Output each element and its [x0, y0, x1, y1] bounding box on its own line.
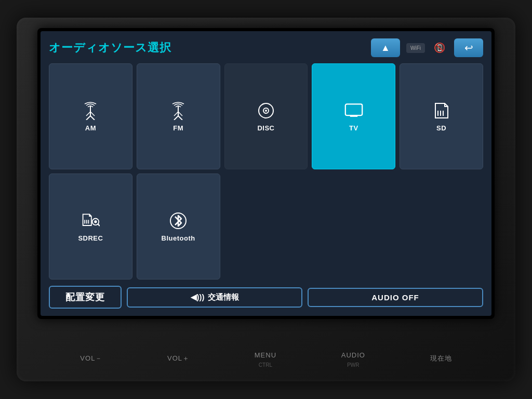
sdrec-icon: [81, 211, 100, 230]
sd-icon: [432, 101, 451, 120]
eject-icon: ▲: [381, 43, 390, 54]
tv-icon: [344, 101, 363, 120]
svg-line-3: [86, 112, 90, 116]
wifi-indicator: WiFi: [406, 43, 425, 53]
fm-label: FM: [173, 124, 183, 132]
current-location-label: 現在地: [430, 354, 452, 362]
menu-label: MENU: [255, 351, 276, 359]
svg-rect-13: [345, 104, 362, 115]
svg-line-8: [174, 112, 178, 116]
grid-item-disc[interactable]: DISC: [224, 63, 308, 169]
svg-line-24: [98, 224, 100, 226]
header: オーディオソース選択 ▲ WiFi 📵 ↩: [49, 38, 483, 57]
screen-title: オーディオソース選択: [49, 40, 365, 56]
audio-button-group: AUDIO PWR: [337, 349, 369, 368]
traffic-label: 交通情報: [208, 292, 239, 302]
menu-button-group: MENU CTRL: [250, 349, 281, 368]
vol-minus-button[interactable]: VOL－: [76, 352, 107, 365]
disc-icon: [257, 101, 275, 120]
grid-item-sdrec[interactable]: SDREC: [49, 174, 132, 280]
tv-label: TV: [349, 124, 358, 132]
config-button[interactable]: 配置変更: [49, 286, 122, 309]
vol-plus-button[interactable]: VOL＋: [163, 352, 194, 365]
svg-line-7: [178, 116, 182, 120]
menu-sub-label: CTRL: [259, 362, 272, 368]
traffic-icon: ◀))): [191, 292, 205, 302]
bottom-bar: 配置変更 ◀))) 交通情報 AUDIO OFF: [49, 286, 483, 309]
audio-label: AUDIO: [341, 351, 365, 359]
menu-button[interactable]: MENU: [250, 349, 281, 361]
audio-button[interactable]: AUDIO: [337, 349, 369, 361]
grid-item-fm[interactable]: FM: [137, 63, 220, 169]
am-tower-icon: [81, 101, 100, 120]
sdrec-label: SDREC: [78, 234, 103, 242]
eject-button[interactable]: ▲: [371, 38, 400, 57]
fm-tower-icon: [169, 101, 188, 120]
grid-item-bluetooth[interactable]: Bluetooth: [137, 174, 220, 280]
svg-line-1: [86, 116, 90, 120]
grid-item-tv[interactable]: TV: [312, 63, 395, 169]
current-location-button[interactable]: 現在地: [426, 352, 456, 365]
source-grid: AM FM: [49, 63, 483, 280]
hardware-buttons: VOL－ VOL＋ MENU CTRL AUDIO PWR 現在地: [37, 346, 495, 371]
device-body: オーディオソース選択 ▲ WiFi 📵 ↩: [17, 18, 515, 381]
back-button[interactable]: ↩: [454, 38, 483, 57]
grid-item-am[interactable]: AM: [49, 63, 132, 169]
audio-off-button[interactable]: AUDIO OFF: [308, 288, 483, 307]
screen-bezel: オーディオソース選択 ▲ WiFi 📵 ↩: [37, 28, 495, 319]
vol-minus-label: VOL－: [80, 354, 102, 362]
svg-line-4: [90, 112, 95, 116]
grid-item-sd[interactable]: SD: [400, 63, 483, 169]
svg-line-2: [90, 116, 95, 120]
wifi-icon: WiFi: [410, 45, 421, 51]
traffic-button[interactable]: ◀))) 交通情報: [127, 287, 302, 308]
back-icon: ↩: [464, 42, 473, 54]
vol-plus-label: VOL＋: [167, 354, 190, 362]
bluetooth-label: Bluetooth: [162, 234, 195, 242]
phone-icon: 📵: [434, 42, 445, 54]
svg-line-6: [174, 116, 178, 120]
bluetooth-icon: [169, 211, 188, 230]
svg-point-12: [265, 110, 267, 112]
disc-label: DISC: [257, 124, 274, 132]
audio-sub-label: PWR: [347, 362, 359, 368]
sd-label: SD: [436, 124, 446, 132]
svg-line-9: [178, 112, 182, 116]
phone-disabled-indicator: 📵: [431, 39, 448, 56]
am-label: AM: [85, 124, 96, 132]
svg-point-23: [95, 220, 97, 223]
screen: オーディオソース選択 ▲ WiFi 📵 ↩: [41, 31, 491, 316]
